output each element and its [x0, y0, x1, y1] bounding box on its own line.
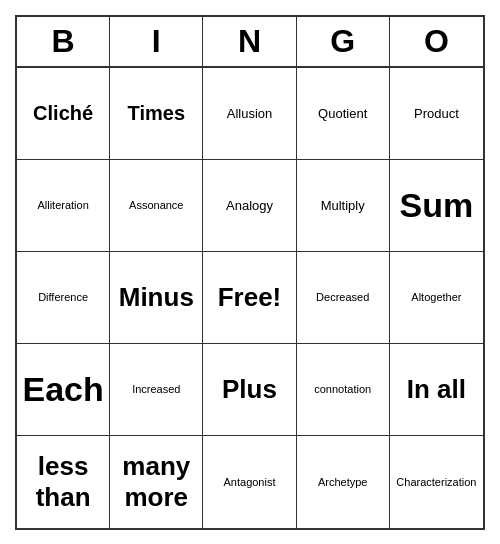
bingo-cell[interactable]: Each: [17, 344, 110, 436]
header-letter: B: [17, 17, 110, 66]
bingo-cell[interactable]: many more: [110, 436, 203, 528]
header-letter: N: [203, 17, 296, 66]
bingo-cell[interactable]: Allusion: [203, 68, 296, 160]
bingo-grid: ClichéTimesAllusionQuotientProductAllite…: [17, 68, 483, 528]
bingo-cell[interactable]: Antagonist: [203, 436, 296, 528]
bingo-cell[interactable]: Increased: [110, 344, 203, 436]
bingo-cell[interactable]: Multiply: [297, 160, 390, 252]
bingo-cell[interactable]: Assonance: [110, 160, 203, 252]
bingo-cell[interactable]: Product: [390, 68, 483, 160]
bingo-cell[interactable]: In all: [390, 344, 483, 436]
bingo-cell[interactable]: Quotient: [297, 68, 390, 160]
bingo-cell[interactable]: Free!: [203, 252, 296, 344]
bingo-cell[interactable]: Alliteration: [17, 160, 110, 252]
bingo-cell[interactable]: Plus: [203, 344, 296, 436]
bingo-cell[interactable]: Difference: [17, 252, 110, 344]
bingo-cell[interactable]: Cliché: [17, 68, 110, 160]
header-letter: G: [297, 17, 390, 66]
bingo-cell[interactable]: less than: [17, 436, 110, 528]
bingo-cell[interactable]: Sum: [390, 160, 483, 252]
bingo-cell[interactable]: Altogether: [390, 252, 483, 344]
bingo-cell[interactable]: Characterization: [390, 436, 483, 528]
bingo-cell[interactable]: Archetype: [297, 436, 390, 528]
header-letter: O: [390, 17, 483, 66]
bingo-cell[interactable]: Minus: [110, 252, 203, 344]
bingo-header: BINGO: [17, 17, 483, 68]
bingo-cell[interactable]: connotation: [297, 344, 390, 436]
header-letter: I: [110, 17, 203, 66]
bingo-cell[interactable]: Analogy: [203, 160, 296, 252]
bingo-cell[interactable]: Times: [110, 68, 203, 160]
bingo-cell[interactable]: Decreased: [297, 252, 390, 344]
bingo-card: BINGO ClichéTimesAllusionQuotientProduct…: [15, 15, 485, 530]
